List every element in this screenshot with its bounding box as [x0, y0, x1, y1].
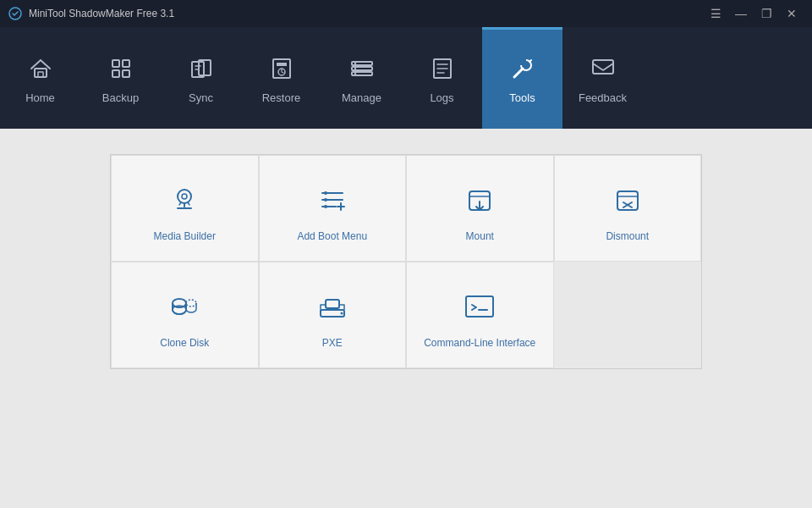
add-boot-menu-label: Add Boot Menu	[297, 230, 367, 242]
svg-rect-20	[593, 60, 613, 74]
clone-disk-icon	[164, 286, 205, 327]
svg-point-15	[354, 62, 355, 64]
svg-rect-29	[617, 191, 638, 210]
nav-label-tools: Tools	[509, 91, 535, 104]
tools-grid: Media Builder Add Boot Menu	[110, 154, 702, 369]
svg-point-37	[340, 312, 343, 315]
backup-icon	[107, 55, 134, 86]
nav-item-manage[interactable]: Manage	[321, 27, 402, 129]
mount-label: Mount	[466, 230, 494, 242]
command-line-label: Command-Line Interface	[424, 337, 535, 349]
svg-point-24	[324, 198, 327, 202]
close-button[interactable]: ✕	[780, 2, 804, 25]
tool-card-mount[interactable]: Mount	[406, 155, 554, 262]
nav-item-sync[interactable]: Sync	[161, 27, 241, 129]
svg-rect-3	[112, 60, 119, 67]
tool-card-clone-disk[interactable]: Clone Disk	[111, 262, 259, 368]
svg-point-21	[178, 190, 191, 203]
media-builder-icon	[164, 179, 205, 220]
nav-label-home: Home	[25, 91, 55, 104]
menu-button[interactable]: ☰	[704, 2, 727, 25]
nav-label-restore: Restore	[262, 91, 301, 104]
svg-rect-10	[277, 63, 287, 66]
nav-item-backup[interactable]: Backup	[80, 27, 161, 129]
title-bar: MiniTool ShadowMaker Free 3.1 ☰ — ❐ ✕	[0, 0, 812, 27]
manage-icon	[348, 55, 376, 86]
dismount-label: Dismount	[606, 230, 649, 242]
restore-button[interactable]: ❐	[754, 2, 778, 25]
minimize-button[interactable]: —	[729, 2, 753, 25]
svg-rect-5	[112, 70, 119, 77]
nav-label-sync: Sync	[189, 91, 213, 104]
svg-point-23	[324, 191, 327, 195]
svg-line-19	[514, 69, 523, 77]
tool-card-empty	[554, 262, 702, 368]
nav-item-tools[interactable]: Tools	[482, 27, 562, 129]
svg-point-17	[354, 72, 355, 74]
clone-disk-label: Clone Disk	[160, 337, 209, 349]
nav-item-restore[interactable]: Restore	[241, 27, 321, 129]
tool-card-media-builder[interactable]: Media Builder	[111, 155, 259, 262]
title-controls: ☰ — ❐ ✕	[704, 2, 804, 25]
tool-card-pxe[interactable]: PXE	[259, 262, 407, 368]
pxe-label: PXE	[322, 337, 343, 349]
app-logo-icon	[8, 7, 22, 20]
home-icon	[27, 55, 54, 86]
tool-card-dismount[interactable]: Dismount	[554, 155, 702, 262]
nav-bar: Home Backup Sync	[0, 27, 812, 129]
restore-icon	[268, 55, 295, 86]
nav-label-logs: Logs	[430, 91, 453, 104]
pxe-icon	[312, 286, 353, 327]
svg-rect-42	[466, 296, 493, 317]
add-boot-menu-icon	[312, 179, 353, 220]
svg-point-34	[186, 300, 196, 306]
sync-icon	[188, 55, 215, 86]
svg-point-25	[324, 205, 327, 208]
svg-point-22	[182, 194, 187, 199]
nav-item-home[interactable]: Home	[0, 27, 80, 129]
nav-label-feedback: Feedback	[579, 91, 627, 104]
feedback-icon	[590, 55, 617, 86]
svg-rect-36	[326, 300, 339, 308]
logs-icon	[429, 55, 456, 86]
command-line-icon	[459, 286, 500, 327]
tool-card-command-line[interactable]: Command-Line Interface	[406, 262, 554, 368]
tools-icon	[509, 55, 536, 86]
media-builder-label: Media Builder	[154, 230, 216, 242]
svg-rect-6	[123, 70, 129, 77]
nav-item-feedback[interactable]: Feedback	[562, 27, 643, 129]
svg-rect-4	[123, 60, 129, 67]
title-left: MiniTool ShadowMaker Free 3.1	[8, 7, 174, 20]
app-title: MiniTool ShadowMaker Free 3.1	[29, 8, 174, 19]
mount-icon	[459, 179, 500, 220]
svg-point-16	[354, 67, 355, 69]
content-area: Media Builder Add Boot Menu	[0, 129, 812, 508]
nav-label-backup: Backup	[102, 91, 139, 104]
svg-rect-1	[35, 69, 47, 77]
dismount-icon	[607, 179, 648, 220]
tool-card-add-boot-menu[interactable]: Add Boot Menu	[259, 155, 407, 262]
nav-label-manage: Manage	[342, 91, 381, 104]
nav-item-logs[interactable]: Logs	[402, 27, 482, 129]
